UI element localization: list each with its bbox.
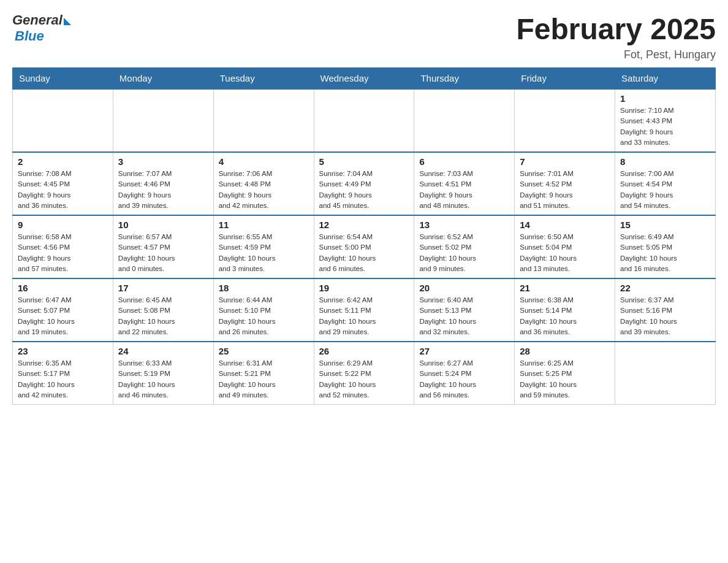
day-cell — [615, 342, 716, 405]
header-row: SundayMondayTuesdayWednesdayThursdayFrid… — [13, 68, 716, 90]
day-info: Sunrise: 6:38 AM Sunset: 5:14 PM Dayligh… — [520, 295, 610, 337]
day-info: Sunrise: 6:58 AM Sunset: 4:56 PM Dayligh… — [18, 232, 108, 274]
day-info: Sunrise: 6:37 AM Sunset: 5:16 PM Dayligh… — [620, 295, 710, 337]
day-info: Sunrise: 6:25 AM Sunset: 5:25 PM Dayligh… — [520, 358, 610, 400]
day-cell: 24Sunrise: 6:33 AM Sunset: 5:19 PM Dayli… — [113, 342, 213, 405]
day-number: 4 — [219, 156, 309, 167]
week-row-5: 23Sunrise: 6:35 AM Sunset: 5:17 PM Dayli… — [13, 342, 716, 405]
week-row-4: 16Sunrise: 6:47 AM Sunset: 5:07 PM Dayli… — [13, 278, 716, 342]
logo-arrow-icon — [64, 18, 71, 25]
day-cell: 5Sunrise: 7:04 AM Sunset: 4:49 PM Daylig… — [314, 152, 414, 215]
day-cell: 27Sunrise: 6:27 AM Sunset: 5:24 PM Dayli… — [414, 342, 515, 405]
day-info: Sunrise: 7:08 AM Sunset: 4:45 PM Dayligh… — [18, 169, 108, 211]
day-number: 21 — [520, 283, 610, 293]
day-number: 19 — [319, 283, 409, 293]
day-info: Sunrise: 7:04 AM Sunset: 4:49 PM Dayligh… — [319, 169, 409, 211]
day-cell: 23Sunrise: 6:35 AM Sunset: 5:17 PM Dayli… — [13, 342, 113, 405]
day-cell: 7Sunrise: 7:01 AM Sunset: 4:52 PM Daylig… — [515, 152, 615, 215]
calendar-title: February 2025 — [516, 12, 716, 46]
day-cell: 3Sunrise: 7:07 AM Sunset: 4:46 PM Daylig… — [113, 152, 213, 215]
day-number: 28 — [520, 346, 610, 356]
header-cell-saturday: Saturday — [615, 68, 716, 90]
day-number: 10 — [118, 220, 208, 230]
day-number: 9 — [18, 220, 108, 230]
day-info: Sunrise: 6:27 AM Sunset: 5:24 PM Dayligh… — [419, 358, 509, 400]
day-number: 7 — [520, 156, 610, 167]
week-row-2: 2Sunrise: 7:08 AM Sunset: 4:45 PM Daylig… — [13, 152, 716, 215]
day-cell: 26Sunrise: 6:29 AM Sunset: 5:22 PM Dayli… — [314, 342, 414, 405]
day-cell: 21Sunrise: 6:38 AM Sunset: 5:14 PM Dayli… — [515, 278, 615, 342]
day-number: 17 — [118, 283, 208, 293]
day-info: Sunrise: 6:52 AM Sunset: 5:02 PM Dayligh… — [419, 232, 509, 274]
week-row-1: 1Sunrise: 7:10 AM Sunset: 4:43 PM Daylig… — [13, 89, 716, 152]
day-info: Sunrise: 7:00 AM Sunset: 4:54 PM Dayligh… — [620, 169, 710, 211]
header-cell-sunday: Sunday — [13, 68, 113, 90]
day-info: Sunrise: 6:45 AM Sunset: 5:08 PM Dayligh… — [118, 295, 208, 337]
day-number: 16 — [18, 283, 108, 293]
day-cell: 4Sunrise: 7:06 AM Sunset: 4:48 PM Daylig… — [213, 152, 314, 215]
header-cell-thursday: Thursday — [414, 68, 515, 90]
day-cell: 10Sunrise: 6:57 AM Sunset: 4:57 PM Dayli… — [113, 215, 213, 278]
header-cell-tuesday: Tuesday — [213, 68, 314, 90]
header-cell-friday: Friday — [515, 68, 615, 90]
day-number: 1 — [620, 93, 710, 104]
day-info: Sunrise: 7:06 AM Sunset: 4:48 PM Dayligh… — [219, 169, 309, 211]
day-number: 23 — [18, 346, 108, 356]
day-cell: 1Sunrise: 7:10 AM Sunset: 4:43 PM Daylig… — [615, 89, 716, 152]
day-cell — [515, 89, 615, 152]
day-info: Sunrise: 6:55 AM Sunset: 4:59 PM Dayligh… — [219, 232, 309, 274]
day-cell: 28Sunrise: 6:25 AM Sunset: 5:25 PM Dayli… — [515, 342, 615, 405]
day-cell: 14Sunrise: 6:50 AM Sunset: 5:04 PM Dayli… — [515, 215, 615, 278]
day-info: Sunrise: 7:07 AM Sunset: 4:46 PM Dayligh… — [118, 169, 208, 211]
day-number: 25 — [219, 346, 309, 356]
calendar-table: SundayMondayTuesdayWednesdayThursdayFrid… — [12, 67, 716, 405]
day-cell: 18Sunrise: 6:44 AM Sunset: 5:10 PM Dayli… — [213, 278, 314, 342]
header-cell-monday: Monday — [113, 68, 213, 90]
day-info: Sunrise: 6:57 AM Sunset: 4:57 PM Dayligh… — [118, 232, 208, 274]
logo-general-text: General — [12, 12, 63, 28]
day-cell: 13Sunrise: 6:52 AM Sunset: 5:02 PM Dayli… — [414, 215, 515, 278]
day-number: 11 — [219, 220, 309, 230]
day-info: Sunrise: 6:42 AM Sunset: 5:11 PM Dayligh… — [319, 295, 409, 337]
day-number: 6 — [419, 156, 509, 167]
day-cell: 20Sunrise: 6:40 AM Sunset: 5:13 PM Dayli… — [414, 278, 515, 342]
day-info: Sunrise: 6:40 AM Sunset: 5:13 PM Dayligh… — [419, 295, 509, 337]
day-info: Sunrise: 6:35 AM Sunset: 5:17 PM Dayligh… — [18, 358, 108, 400]
day-info: Sunrise: 6:47 AM Sunset: 5:07 PM Dayligh… — [18, 295, 108, 337]
day-number: 5 — [319, 156, 409, 167]
logo: General Blue — [12, 12, 71, 44]
day-cell: 22Sunrise: 6:37 AM Sunset: 5:16 PM Dayli… — [615, 278, 716, 342]
day-number: 15 — [620, 220, 710, 230]
day-number: 13 — [419, 220, 509, 230]
day-info: Sunrise: 6:33 AM Sunset: 5:19 PM Dayligh… — [118, 358, 208, 400]
header-cell-wednesday: Wednesday — [314, 68, 414, 90]
logo-blue-text: Blue — [15, 28, 44, 44]
day-info: Sunrise: 6:44 AM Sunset: 5:10 PM Dayligh… — [219, 295, 309, 337]
day-info: Sunrise: 7:01 AM Sunset: 4:52 PM Dayligh… — [520, 169, 610, 211]
day-number: 22 — [620, 283, 710, 293]
day-cell: 11Sunrise: 6:55 AM Sunset: 4:59 PM Dayli… — [213, 215, 314, 278]
day-info: Sunrise: 7:10 AM Sunset: 4:43 PM Dayligh… — [620, 105, 710, 148]
day-number: 3 — [118, 156, 208, 167]
week-row-3: 9Sunrise: 6:58 AM Sunset: 4:56 PM Daylig… — [13, 215, 716, 278]
day-cell — [314, 89, 414, 152]
day-number: 26 — [319, 346, 409, 356]
day-info: Sunrise: 6:54 AM Sunset: 5:00 PM Dayligh… — [319, 232, 409, 274]
day-number: 14 — [520, 220, 610, 230]
day-number: 20 — [419, 283, 509, 293]
day-cell — [113, 89, 213, 152]
calendar-body: 1Sunrise: 7:10 AM Sunset: 4:43 PM Daylig… — [13, 89, 716, 405]
day-cell — [213, 89, 314, 152]
day-info: Sunrise: 6:50 AM Sunset: 5:04 PM Dayligh… — [520, 232, 610, 274]
calendar-header: SundayMondayTuesdayWednesdayThursdayFrid… — [13, 68, 716, 90]
day-cell: 8Sunrise: 7:00 AM Sunset: 4:54 PM Daylig… — [615, 152, 716, 215]
day-number: 18 — [219, 283, 309, 293]
day-number: 12 — [319, 220, 409, 230]
day-cell — [13, 89, 113, 152]
day-cell: 19Sunrise: 6:42 AM Sunset: 5:11 PM Dayli… — [314, 278, 414, 342]
day-cell: 9Sunrise: 6:58 AM Sunset: 4:56 PM Daylig… — [13, 215, 113, 278]
day-info: Sunrise: 6:31 AM Sunset: 5:21 PM Dayligh… — [219, 358, 309, 400]
day-number: 2 — [18, 156, 108, 167]
day-cell: 25Sunrise: 6:31 AM Sunset: 5:21 PM Dayli… — [213, 342, 314, 405]
day-number: 24 — [118, 346, 208, 356]
